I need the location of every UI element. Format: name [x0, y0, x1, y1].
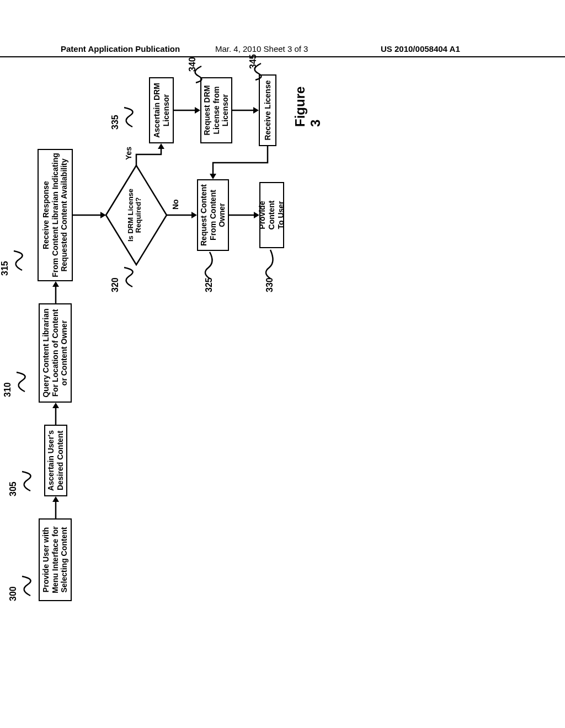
label-yes: Yes [124, 147, 133, 160]
svg-marker-22 [210, 174, 216, 179]
figure-caption: Figure 3 [292, 87, 323, 127]
arrow-310-315 [52, 281, 59, 303]
leader-335 [121, 105, 132, 127]
svg-marker-15 [158, 143, 164, 149]
arrow-325-330 [229, 212, 259, 218]
ref-325: 325 [204, 277, 214, 292]
header-date-sheet: Mar. 4, 2010 Sheet 3 of 3 [215, 44, 308, 53]
box-340: Request DRMLicense fromLicensor [200, 77, 232, 143]
arrow-305-310 [52, 403, 59, 425]
svg-marker-10 [191, 212, 197, 218]
header-publication: Patent Application Publication [61, 44, 180, 53]
leader-300 [19, 574, 30, 596]
box-335: Ascertain DRMLicensor [149, 77, 174, 143]
box-310: Query Content LibrarianFor Location of C… [39, 303, 72, 403]
box-330: Provide ContentTo User [259, 182, 284, 248]
svg-marker-3 [52, 403, 59, 408]
svg-marker-5 [52, 281, 59, 287]
ref-335: 335 [110, 115, 120, 130]
box-305: Ascertain User'sDesired Content [44, 425, 67, 496]
ref-300: 300 [8, 586, 18, 601]
svg-marker-17 [195, 107, 200, 114]
label-no: No [171, 199, 180, 210]
box-325: Request ContentFrom ContentOwner [197, 179, 229, 251]
box-345: Receive License [259, 74, 276, 146]
arrow-345-325b [210, 146, 270, 179]
decision-320-text: Is DRM LicenseRequired? [127, 179, 143, 251]
leader-330 [265, 248, 276, 279]
leader-325 [204, 251, 215, 279]
arrow-335-340 [174, 107, 200, 114]
arrow-320-325 [167, 212, 197, 218]
ref-310: 310 [3, 382, 13, 397]
page-header: Patent Application Publication Mar. 4, 2… [0, 44, 565, 57]
leader-315 [11, 248, 22, 270]
leader-345 [250, 61, 261, 80]
arrow-yes-335 [134, 143, 167, 165]
box-300: Provide User withMenu Interface forSelec… [39, 518, 72, 601]
leader-305 [19, 469, 30, 491]
arrow-315-320 [73, 212, 106, 218]
svg-marker-1 [52, 496, 59, 502]
ref-315: 315 [0, 261, 10, 276]
ref-330: 330 [265, 277, 275, 292]
leader-340 [190, 63, 201, 83]
arrow-340-345 [232, 107, 259, 114]
ref-305: 305 [8, 481, 18, 496]
svg-marker-19 [253, 107, 259, 114]
flowchart-diagram: Provide User withMenu Interface forSelec… [39, 182, 535, 601]
ref-320: 320 [110, 277, 120, 292]
arrow-300-305 [52, 496, 59, 518]
leader-310 [14, 370, 25, 392]
svg-marker-7 [100, 212, 106, 218]
header-docnum: US 2010/0058404 A1 [381, 44, 460, 53]
leader-320 [121, 265, 132, 287]
box-315: Receive ResponseFrom Content Librarian I… [38, 149, 73, 281]
